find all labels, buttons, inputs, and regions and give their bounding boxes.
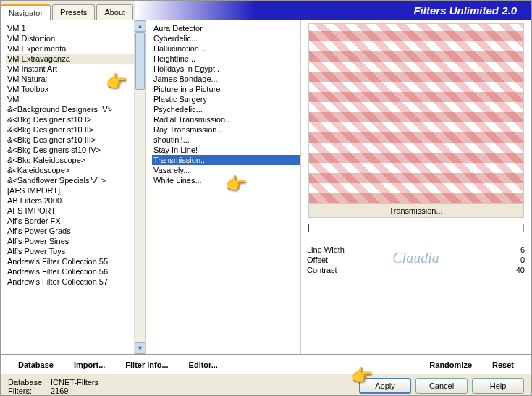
category-item[interactable]: &<Bkg Designer sf10 III> bbox=[6, 135, 145, 145]
database-button[interactable]: Database bbox=[8, 359, 64, 371]
param-row[interactable]: Line Width6 bbox=[305, 245, 526, 255]
parameters-panel: Line Width6Offset0Contrast40 Claudia bbox=[305, 240, 526, 275]
param-name: Offset bbox=[307, 256, 328, 264]
category-item[interactable]: Andrew's Filter Collection 57 bbox=[6, 277, 145, 287]
category-item[interactable]: &<Kaleidoscope> bbox=[6, 165, 145, 175]
randomize-button[interactable]: Randomize bbox=[419, 359, 482, 371]
category-item[interactable]: &<Bkg Kaleidoscope> bbox=[6, 155, 145, 165]
category-scrollbar[interactable]: ▲ ▼ bbox=[134, 20, 145, 354]
category-item[interactable]: VM Natural bbox=[6, 74, 145, 84]
category-item[interactable]: AB Filters 2000 bbox=[6, 195, 145, 206]
scroll-thumb[interactable] bbox=[135, 32, 145, 90]
category-item[interactable]: Andrew's Filter Collection 55 bbox=[6, 256, 145, 266]
filter-item[interactable]: Transmission... bbox=[152, 155, 300, 165]
cancel-button[interactable]: Cancel bbox=[415, 378, 468, 394]
filter-item[interactable]: Heightline... bbox=[152, 54, 300, 64]
filter-info-button[interactable]: Filter Info... bbox=[115, 359, 178, 371]
filter-item[interactable]: Picture in a Picture bbox=[152, 84, 300, 94]
category-item[interactable]: VM Experimental bbox=[6, 43, 145, 54]
app-title: Filters Unlimited 2.0 bbox=[413, 4, 517, 17]
tab-about[interactable]: About bbox=[96, 4, 133, 20]
db-label: Database: bbox=[8, 378, 48, 387]
filter-item[interactable]: Vasarely... bbox=[152, 165, 300, 175]
category-item[interactable]: &<Bkg Designer sf10 II> bbox=[6, 125, 145, 135]
filter-item[interactable]: Plastic Surgery bbox=[152, 94, 300, 104]
scroll-up-icon[interactable]: ▲ bbox=[135, 20, 145, 32]
filter-item[interactable]: shoutin'!... bbox=[152, 135, 300, 145]
filter-item[interactable]: Radial Transmission... bbox=[152, 114, 300, 125]
tab-presets[interactable]: Presets bbox=[52, 4, 95, 20]
param-name: Contrast bbox=[307, 266, 337, 274]
filter-item[interactable]: White Lines... bbox=[152, 175, 300, 185]
brand-bar: Filters Unlimited 2.0 bbox=[135, 1, 531, 20]
category-item[interactable]: VM Extravaganza bbox=[6, 54, 145, 64]
filter-list[interactable]: Aura DetectorCyberdelic...Hallucination.… bbox=[152, 23, 300, 185]
filter-item[interactable]: Stay In Line! bbox=[152, 145, 300, 155]
filter-item[interactable]: James Bondage... bbox=[152, 74, 300, 84]
param-value: 0 bbox=[520, 256, 525, 264]
import-button[interactable]: Import... bbox=[64, 359, 115, 371]
param-row[interactable]: Offset0 bbox=[305, 255, 526, 265]
category-item[interactable]: Alf's Border FX bbox=[6, 216, 145, 226]
progress-bar bbox=[308, 224, 524, 232]
filter-item[interactable]: Holidays in Egypt.. bbox=[152, 64, 300, 74]
help-button[interactable]: Help bbox=[472, 378, 524, 394]
category-item[interactable]: AFS IMPORT bbox=[6, 206, 145, 216]
footer-info: Database:ICNET-Filters Filters:2169 bbox=[8, 378, 359, 395]
db-value: ICNET-Filters bbox=[51, 378, 98, 387]
category-item[interactable]: Alf's Power Sines bbox=[6, 236, 145, 246]
category-item[interactable]: Andrew's Filter Collection 56 bbox=[6, 266, 145, 277]
category-item[interactable]: VM bbox=[6, 94, 145, 104]
category-item[interactable]: VM Instant Art bbox=[6, 64, 145, 74]
filters-count-value: 2169 bbox=[51, 387, 68, 395]
category-item[interactable]: [AFS IMPORT] bbox=[6, 185, 145, 195]
filter-item[interactable]: Ray Transmission... bbox=[152, 125, 300, 135]
category-item[interactable]: VM Toolbox bbox=[6, 84, 145, 94]
filter-item[interactable]: Psychedelic... bbox=[152, 104, 300, 114]
category-item[interactable]: VM 1 bbox=[6, 23, 145, 33]
filter-item[interactable]: Aura Detector bbox=[152, 23, 300, 33]
scroll-down-icon[interactable]: ▼ bbox=[135, 342, 145, 354]
category-item[interactable]: &<Bkg Designers sf10 IV> bbox=[6, 145, 145, 155]
param-name: Line Width bbox=[307, 245, 345, 254]
category-item[interactable]: Alf's Power Grads bbox=[6, 226, 145, 236]
filters-count-label: Filters: bbox=[8, 387, 48, 395]
category-item[interactable]: &<Bkg Designer sf10 I> bbox=[6, 114, 145, 125]
editor-button[interactable]: Editor... bbox=[179, 359, 228, 371]
param-row[interactable]: Contrast40 bbox=[305, 265, 526, 275]
apply-button[interactable]: Apply bbox=[359, 378, 411, 394]
filter-item[interactable]: Hallucination... bbox=[152, 43, 300, 54]
reset-button[interactable]: Reset bbox=[482, 359, 524, 371]
preview-label: Transmission... bbox=[308, 204, 524, 218]
param-value: 6 bbox=[520, 245, 525, 254]
param-value: 40 bbox=[516, 266, 525, 274]
category-item[interactable]: &<Background Designers IV> bbox=[6, 104, 145, 114]
filter-item[interactable]: Cyberdelic... bbox=[152, 33, 300, 43]
category-item[interactable]: Alf's Power Toys bbox=[6, 246, 145, 256]
tab-navigator[interactable]: Navigator bbox=[1, 4, 51, 20]
category-item[interactable]: VM Distortion bbox=[6, 33, 145, 43]
category-list[interactable]: VM 1VM DistortionVM ExperimentalVM Extra… bbox=[6, 23, 145, 342]
preview-image bbox=[308, 23, 524, 204]
category-item[interactable]: &<Sandflower Specials"v" > bbox=[6, 175, 145, 185]
